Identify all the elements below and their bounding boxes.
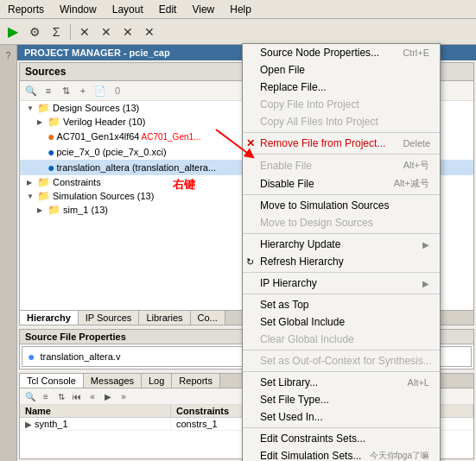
close-button-2[interactable]: ✕ bbox=[97, 22, 116, 41]
tab-messages[interactable]: Messages bbox=[84, 374, 142, 388]
ctx-enable-file: Enable File Alt+号 bbox=[243, 156, 440, 174]
dot-pcie: ● bbox=[48, 145, 54, 159]
side-icon-bar: ? bbox=[0, 45, 17, 461]
ctx-move-design-label: Move to Design Sources bbox=[260, 217, 373, 229]
ctx-clear-global-label: Clear Global Include bbox=[260, 333, 354, 345]
console-first[interactable]: ⏮ bbox=[70, 389, 84, 403]
ctx-copy-all-label: Copy All Files Into Project bbox=[260, 116, 378, 128]
menu-bar: Reports Window Layout Edit View Help bbox=[0, 0, 476, 19]
run-name: synth_1 bbox=[35, 419, 68, 429]
refresh-icon: ↻ bbox=[246, 256, 254, 268]
ctx-sep-8 bbox=[243, 371, 440, 372]
filter-btn[interactable]: ≡ bbox=[41, 83, 56, 98]
menu-edit[interactable]: Edit bbox=[155, 2, 181, 17]
ctx-source-properties-shortcut: Ctrl+E bbox=[403, 47, 429, 58]
ctx-refresh-label: Refresh Hierarchy bbox=[260, 256, 344, 268]
sigma-button[interactable]: Σ bbox=[47, 22, 66, 41]
ctx-move-sim-label: Move to Simulation Sources bbox=[260, 199, 389, 212]
ctx-edit-simulation[interactable]: Edit Simulation Sets... 今天你fpga了嘛 bbox=[243, 447, 440, 461]
watermark-text: 今天你fpga了嘛 bbox=[370, 450, 429, 461]
ctx-edit-constraints[interactable]: Edit Constraints Sets... bbox=[243, 430, 440, 447]
main-toolbar: ▶ ⚙ Σ ✕ ✕ ✕ ✕ bbox=[0, 19, 476, 45]
ctx-set-global[interactable]: Set Global Include bbox=[243, 313, 440, 331]
arrow-design-sources: ▼ bbox=[27, 104, 37, 112]
close-button-3[interactable]: ✕ bbox=[118, 22, 137, 41]
ctx-open-file[interactable]: Open File bbox=[243, 61, 440, 79]
ctx-set-file-type[interactable]: Set File Type... bbox=[243, 391, 440, 408]
menu-reports[interactable]: Reports bbox=[3, 2, 48, 17]
arrow-sim1: ▶ bbox=[37, 206, 48, 214]
ctx-remove-file-label: Remove File from Project... bbox=[260, 137, 385, 149]
ctx-copy-all-files: Copy All Files Into Project bbox=[243, 113, 440, 130]
ac701-label: AC701_Gen1x4lf64 bbox=[56, 131, 139, 142]
menu-window[interactable]: Window bbox=[55, 2, 101, 17]
ctx-sep-4 bbox=[243, 233, 440, 234]
add-btn[interactable]: + bbox=[75, 83, 91, 98]
menu-layout[interactable]: Layout bbox=[108, 2, 148, 17]
ctx-refresh-hierarchy[interactable]: ↻ Refresh Hierarchy bbox=[243, 253, 440, 270]
ctx-set-global-label: Set Global Include bbox=[260, 316, 345, 328]
ctx-disable-label: Disable File bbox=[260, 178, 314, 190]
close-button-1[interactable]: ✕ bbox=[75, 22, 94, 41]
constraints-label: Constraints bbox=[53, 177, 101, 187]
ctx-source-properties[interactable]: Source Node Properties... Ctrl+E bbox=[243, 44, 440, 61]
col-name: Name bbox=[20, 405, 171, 417]
settings-button[interactable]: ⚙ bbox=[25, 22, 44, 41]
menu-view[interactable]: View bbox=[187, 2, 219, 17]
ctx-disable-file[interactable]: Disable File Alt+减号 bbox=[243, 174, 440, 193]
console-prev[interactable]: « bbox=[86, 389, 99, 403]
arrow-translation bbox=[37, 164, 48, 172]
tab-co[interactable]: Co... bbox=[191, 311, 225, 325]
tab-ip-sources[interactable]: IP Sources bbox=[79, 311, 140, 325]
tab-tcl[interactable]: Tcl Console bbox=[20, 374, 84, 388]
ctx-hierarchy-update[interactable]: Hierarchy Update ▶ bbox=[243, 236, 440, 253]
ctx-sep-1 bbox=[243, 132, 440, 133]
search-btn[interactable]: 🔍 bbox=[23, 83, 39, 98]
arrow-simulation: ▼ bbox=[27, 193, 37, 200]
remove-x-icon: ✕ bbox=[246, 137, 255, 149]
ctx-set-top[interactable]: Set as Top bbox=[243, 296, 440, 313]
console-sort[interactable]: ⇅ bbox=[54, 389, 68, 403]
ctx-edit-sim-label: Edit Simulation Sets... bbox=[260, 450, 361, 461]
file-btn[interactable]: 📄 bbox=[92, 83, 108, 98]
ctx-used-in-label: Set Used In... bbox=[260, 411, 323, 423]
close-button-4[interactable]: ✕ bbox=[140, 22, 159, 41]
ctx-move-to-design: Move to Design Sources bbox=[243, 214, 440, 231]
tab-log[interactable]: Log bbox=[142, 374, 172, 388]
ctx-open-file-label: Open File bbox=[260, 64, 305, 76]
sort-btn[interactable]: ⇅ bbox=[58, 83, 73, 98]
row-name: ▶ synth_1 bbox=[20, 418, 171, 430]
ctx-set-library[interactable]: Set Library... Alt+L bbox=[243, 374, 440, 391]
ctx-enable-shortcut: Alt+号 bbox=[403, 159, 429, 172]
run-button[interactable]: ▶ bbox=[3, 22, 22, 41]
arrow-verilog: ▶ bbox=[37, 118, 48, 126]
menu-help[interactable]: Help bbox=[225, 2, 256, 17]
ctx-replace-file[interactable]: Replace File... bbox=[243, 79, 440, 96]
ctx-ip-hierarchy-label: IP Hierarchy bbox=[260, 277, 317, 289]
ctx-clear-global: Clear Global Include bbox=[243, 331, 440, 348]
verilog-header-label: Verilog Header (10) bbox=[63, 117, 145, 127]
ctx-set-used-in[interactable]: Set Used In... bbox=[243, 408, 440, 426]
file-name: translation_altera.v bbox=[40, 351, 120, 362]
ctx-move-to-simulation[interactable]: Move to Simulation Sources bbox=[243, 197, 440, 214]
translation-label: translation_altera (translation_altera..… bbox=[56, 162, 216, 173]
console-next[interactable]: » bbox=[117, 389, 130, 403]
console-search[interactable]: 🔍 bbox=[23, 389, 37, 403]
tab-hierarchy[interactable]: Hierarchy bbox=[20, 311, 79, 325]
sim1-label: sim_1 (13) bbox=[63, 205, 108, 215]
dot-translation: ● bbox=[48, 161, 54, 174]
ctx-set-out-of-context: Set as Out-of-Context for Synthesis... bbox=[243, 352, 440, 369]
arrow-ac701 bbox=[37, 133, 48, 141]
ctx-file-type-label: Set File Type... bbox=[260, 394, 329, 406]
ctx-ip-hierarchy[interactable]: IP Hierarchy ▶ bbox=[243, 275, 440, 292]
ctx-set-top-label: Set as Top bbox=[260, 299, 308, 311]
arrow-pcie bbox=[37, 148, 48, 156]
ctx-set-lib-label: Set Library... bbox=[260, 376, 318, 388]
tab-libraries[interactable]: Libraries bbox=[139, 311, 190, 325]
side-icon-question[interactable]: ? bbox=[2, 48, 16, 62]
console-play[interactable]: ▶ bbox=[101, 389, 115, 403]
tab-reports[interactable]: Reports bbox=[172, 374, 220, 388]
console-filter[interactable]: ≡ bbox=[39, 389, 53, 403]
ctx-remove-file[interactable]: ✕ Remove File from Project... Delete bbox=[243, 135, 440, 152]
ac701-tag: AC701_Gen1... bbox=[141, 132, 200, 142]
